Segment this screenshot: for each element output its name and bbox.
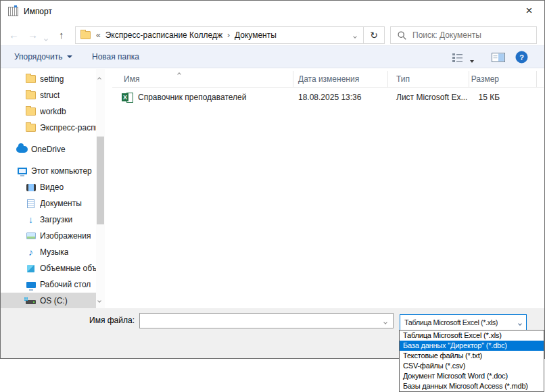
scroll-down-icon[interactable]: [98, 295, 101, 304]
window-title: Импорт: [24, 1, 52, 22]
sidebar-item[interactable]: OS (C:): [1, 293, 96, 308]
sidebar-item-label: Рабочий стол: [40, 280, 91, 289]
filename-combobox[interactable]: [139, 313, 394, 328]
app-icon: [8, 7, 18, 16]
breadcrumb-current[interactable]: Документы: [235, 30, 277, 40]
sidebar-item-label: Изображения: [40, 231, 91, 241]
up-button[interactable]: ↑: [59, 26, 64, 44]
sidebar-item[interactable]: Этот компьютер: [1, 163, 96, 179]
sidebar-item[interactable]: Рабочий стол: [1, 276, 96, 293]
sidebar-item[interactable]: ↓ Загрузки: [1, 212, 96, 228]
sidebar-item-label: struct: [40, 91, 60, 100]
sidebar-list: setting struct workdb Экспресс-распи: [1, 69, 109, 308]
filetype-option[interactable]: Таблица Microsoft Excel (*.xls): [400, 330, 544, 341]
filetype-chevron-icon[interactable]: [519, 318, 521, 327]
title-bar: Импорт ×: [1, 1, 544, 22]
sidebar-item[interactable]: Экспресс-распи: [1, 120, 96, 136]
column-header-label: Имя: [124, 74, 139, 84]
music-icon: ♪: [28, 247, 33, 257]
back-button[interactable]: ←: [9, 26, 19, 44]
scroll-up-icon[interactable]: [98, 73, 101, 82]
folder-icon: [26, 75, 36, 83]
sidebar-item-label: Экспресс-распи: [40, 123, 96, 132]
file-list: Справочник преподавателей 18.08.2025 13:…: [112, 90, 544, 105]
filetype-dropdown-list: Таблица Microsoft Excel (*.xls) База дан…: [399, 330, 544, 392]
filename-chevron-icon[interactable]: [384, 316, 387, 326]
sidebar-item-label: Этот компьютер: [31, 166, 92, 176]
refresh-button[interactable]: ↻: [363, 26, 385, 44]
sidebar-item[interactable]: ♪ Музыка: [1, 244, 96, 260]
sidebar-item[interactable]: Документы: [1, 195, 96, 212]
cloud-icon: [16, 146, 28, 153]
filetype-option[interactable]: Документ Microsoft Word (*.doc): [400, 371, 544, 381]
new-folder-button[interactable]: Новая папка: [92, 46, 139, 68]
sidebar-item-label: Объемные объе: [40, 264, 96, 273]
recent-locations-chevron-icon[interactable]: [45, 33, 47, 43]
folder-icon: [80, 31, 91, 39]
desktop-icon: [26, 282, 36, 288]
preview-pane-icon[interactable]: [492, 53, 505, 62]
close-button[interactable]: ×: [514, 1, 544, 22]
search-icon: [398, 31, 406, 40]
filename-label: Имя файла:: [67, 313, 135, 328]
sidebar-item[interactable]: Видео: [1, 179, 96, 195]
column-header[interactable]: Размер: [469, 71, 537, 87]
file-type: Лист Microsoft Ex...: [388, 93, 469, 102]
details-view-icon[interactable]: [452, 53, 463, 62]
sidebar-item-label: Загрузки: [40, 215, 72, 224]
column-header[interactable]: Дата изменения: [293, 71, 388, 87]
video-icon: [26, 184, 36, 191]
sidebar-item[interactable]: workdb: [1, 103, 96, 120]
organize-dropdown-icon: [67, 55, 72, 58]
filetype-combobox[interactable]: Таблица Microsoft Excel (*.xls): [400, 314, 527, 330]
sidebar-item[interactable]: Объемные объе: [1, 260, 96, 276]
filetype-option[interactable]: Базы данных Microsoft Access (*.mdb): [400, 381, 544, 391]
svg-text:?: ?: [519, 53, 524, 62]
computer-icon: [18, 168, 27, 174]
column-header-label: Тип: [396, 74, 410, 84]
column-header-label: Размер: [471, 74, 499, 84]
cube-icon: [27, 265, 34, 272]
filetype-option[interactable]: Текстовые файлы (*.txt): [400, 351, 544, 361]
filename-input[interactable]: [140, 316, 384, 326]
sidebar-item-label: workdb: [40, 107, 66, 116]
file-row[interactable]: Справочник преподавателей 18.08.2025 13:…: [112, 90, 544, 105]
filetype-option[interactable]: База данных "Директор" (*.dbc): [400, 341, 544, 351]
drive-icon: [26, 300, 36, 304]
file-name: Справочник преподавателей: [138, 93, 246, 102]
sidebar-scrollbar[interactable]: [96, 69, 105, 308]
sidebar-item[interactable]: struct: [1, 87, 96, 103]
search-input[interactable]: [412, 30, 536, 40]
filetype-selected-value: Таблица Microsoft Excel (*.xls): [400, 318, 498, 326]
sidebar-item-label: OS (C:): [40, 296, 68, 305]
breadcrumb-root[interactable]: Экспресс-расписание Колледж: [105, 30, 222, 40]
document-icon: [27, 199, 34, 208]
breadcrumb-separator: ›: [227, 30, 230, 40]
organize-label: Упорядочить: [14, 52, 62, 62]
column-header-label: Дата изменения: [298, 74, 359, 84]
column-header[interactable]: Имя: [112, 71, 293, 87]
address-chevron-icon[interactable]: [354, 30, 356, 40]
import-dialog-window: Импорт × ← → ↑ « Экспресс-расписание Кол…: [0, 0, 545, 359]
help-icon[interactable]: ?: [515, 51, 528, 64]
sidebar-item[interactable]: setting: [1, 71, 96, 87]
organize-button[interactable]: Упорядочить: [14, 46, 72, 68]
file-date: 18.08.2025 13:36: [293, 93, 388, 102]
download-icon: ↓: [28, 215, 33, 224]
sidebar-item-label: setting: [40, 74, 64, 84]
address-bar[interactable]: « Экспресс-расписание Колледж › Документ…: [75, 26, 364, 44]
breadcrumb-overflow[interactable]: «: [96, 30, 101, 40]
sidebar-item[interactable]: OneDrive: [1, 141, 96, 157]
column-headers: Имя Дата изменения Тип Размер: [112, 71, 544, 88]
sidebar-item[interactable]: Изображения: [1, 228, 96, 244]
folder-icon: [26, 91, 36, 99]
excel-file-icon: [122, 93, 133, 103]
scrollbar-thumb[interactable]: [97, 137, 104, 224]
filetype-option[interactable]: CSV-файлы (*.csv): [400, 361, 544, 371]
sidebar-item-label: OneDrive: [31, 145, 66, 154]
sidebar-item-label: Видео: [40, 182, 64, 192]
column-header[interactable]: Тип: [388, 71, 469, 87]
forward-button[interactable]: →: [28, 26, 38, 44]
search-box[interactable]: [390, 26, 537, 44]
view-dropdown-icon[interactable]: [470, 55, 474, 65]
